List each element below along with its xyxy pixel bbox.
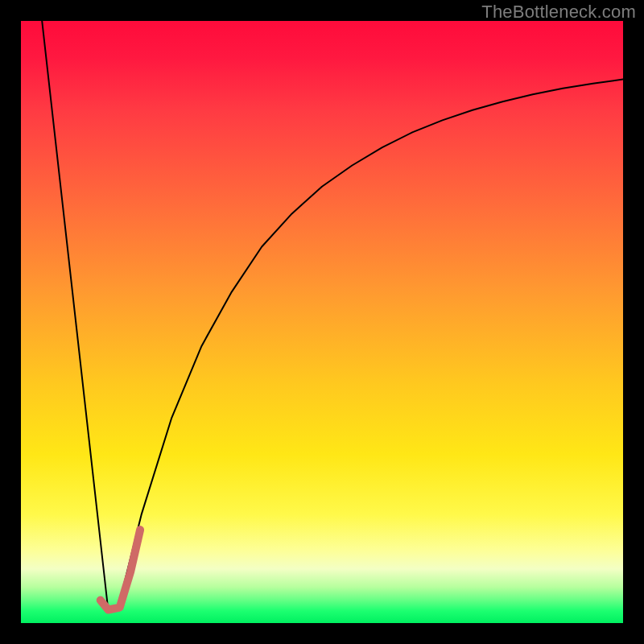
series-left-falling-line	[42, 21, 108, 611]
plot-area	[21, 21, 623, 623]
series-rising-asymptotic-curve	[118, 80, 623, 611]
curves-svg	[21, 21, 623, 623]
chart-frame: TheBottleneck.com	[0, 0, 644, 644]
watermark-text: TheBottleneck.com	[481, 2, 636, 23]
series-group	[42, 21, 623, 611]
